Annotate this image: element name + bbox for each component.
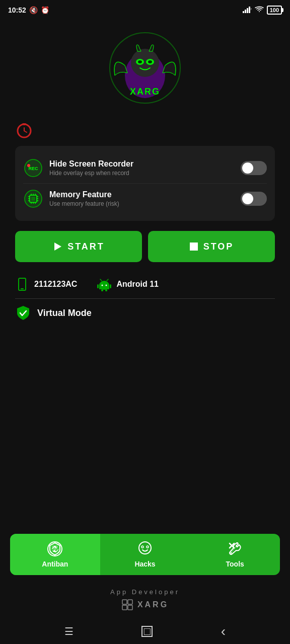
virtual-mode-label: Virtual Mode bbox=[37, 308, 92, 318]
device-info-row: 2112123AC Android 11 bbox=[15, 269, 275, 296]
toggle-knob-hide-screen-recorder bbox=[242, 163, 253, 174]
svg-text:XARG: XARG bbox=[130, 87, 160, 97]
status-left: 10:52 🔇 ⏰ bbox=[8, 6, 49, 14]
footer: App Developer XARG bbox=[0, 583, 290, 619]
play-icon bbox=[52, 242, 62, 252]
hacks-icon bbox=[137, 541, 153, 557]
svg-text:REC: REC bbox=[28, 166, 38, 171]
footer-brand: XARG bbox=[0, 599, 290, 611]
svg-point-44 bbox=[102, 285, 103, 286]
spacer bbox=[0, 430, 290, 529]
signal-icon: HD bbox=[243, 6, 252, 15]
feature-text-memory-feature: Memory Feature Use memory feature (risk) bbox=[49, 190, 241, 207]
svg-rect-0 bbox=[243, 11, 244, 13]
svg-point-10 bbox=[138, 60, 142, 63]
menu-button[interactable]: ☰ bbox=[64, 625, 74, 637]
feature-text-hide-screen-recorder: Hide Screen Recorder Hide overlay esp wh… bbox=[49, 159, 241, 177]
timer-icon bbox=[15, 121, 33, 139]
svg-rect-43 bbox=[99, 285, 109, 286]
svg-marker-37 bbox=[54, 243, 61, 251]
cpu-icon bbox=[23, 189, 43, 209]
feature-row-memory-feature: Memory Feature Use memory feature (risk) bbox=[23, 184, 267, 214]
nav-item-tools[interactable]: Tools bbox=[190, 534, 280, 575]
feature-subtitle-memory-feature: Use memory feature (risk) bbox=[49, 200, 241, 207]
device-id-value: 2112123AC bbox=[34, 280, 77, 289]
svg-point-45 bbox=[106, 285, 107, 286]
svg-rect-24 bbox=[31, 197, 35, 201]
main-content: REC Hide Screen Recorder Hide overlay es… bbox=[0, 111, 290, 430]
antiban-icon bbox=[47, 541, 63, 557]
divider bbox=[15, 298, 275, 299]
tools-icon bbox=[227, 541, 243, 557]
toggle-hide-screen-recorder[interactable] bbox=[241, 161, 267, 175]
svg-point-11 bbox=[148, 60, 152, 63]
logo-svg: XARG XARG bbox=[107, 30, 183, 106]
toggle-memory-feature[interactable] bbox=[241, 192, 267, 206]
svg-rect-15 bbox=[22, 123, 26, 125]
footer-brand-name: XARG bbox=[137, 600, 169, 609]
nav-item-antiban[interactable]: Antiban bbox=[10, 534, 100, 575]
svg-rect-63 bbox=[128, 605, 132, 610]
logo-area: XARG XARG bbox=[0, 20, 290, 111]
svg-point-54 bbox=[141, 546, 143, 548]
battery-indicator: 100 bbox=[267, 6, 282, 15]
mute-icon: 🔇 bbox=[29, 6, 38, 14]
start-button[interactable]: START bbox=[15, 231, 142, 262]
status-right: HD 100 bbox=[243, 6, 282, 15]
svg-rect-2 bbox=[247, 8, 248, 13]
nav-label-hacks: Hacks bbox=[134, 560, 155, 568]
svg-rect-49 bbox=[110, 284, 111, 288]
device-id-item: 2112123AC bbox=[15, 277, 77, 291]
virtual-mode-row: Virtual Mode bbox=[15, 301, 275, 325]
svg-rect-60 bbox=[122, 600, 127, 604]
grid-icon bbox=[121, 599, 133, 611]
feature-row-hide-screen-recorder: REC Hide Screen Recorder Hide overlay es… bbox=[23, 153, 267, 184]
feature-title-memory-feature: Memory Feature bbox=[49, 190, 241, 199]
toggle-knob-memory-feature bbox=[242, 193, 253, 204]
system-bar: ☰ □ ‹ bbox=[0, 619, 290, 644]
feature-title-hide-screen-recorder: Hide Screen Recorder bbox=[49, 159, 241, 169]
svg-rect-3 bbox=[249, 7, 250, 13]
phone-icon bbox=[15, 277, 29, 291]
svg-rect-48 bbox=[97, 284, 99, 288]
features-card: REC Hide Screen Recorder Hide overlay es… bbox=[15, 146, 275, 221]
svg-point-7 bbox=[131, 49, 159, 77]
svg-line-46 bbox=[100, 279, 102, 281]
nav-item-hacks[interactable]: Hacks bbox=[100, 534, 190, 575]
stop-icon bbox=[189, 242, 198, 251]
android-version-value: Android 11 bbox=[116, 280, 159, 289]
stop-label: STOP bbox=[203, 242, 234, 252]
bottom-nav: Antiban Hacks Tools bbox=[10, 534, 280, 575]
svg-rect-61 bbox=[128, 600, 132, 604]
android-version-item: Android 11 bbox=[97, 277, 159, 291]
rec-icon: REC bbox=[23, 158, 43, 178]
nav-label-tools: Tools bbox=[226, 560, 244, 568]
feature-subtitle-hide-screen-recorder: Hide overlay esp when record bbox=[49, 170, 241, 177]
svg-text:HD: HD bbox=[251, 8, 252, 11]
shield-check-icon bbox=[15, 305, 31, 321]
footer-developer-text: App Developer bbox=[0, 588, 290, 596]
start-label: START bbox=[67, 242, 105, 252]
time-display: 10:52 bbox=[8, 6, 26, 14]
android-icon bbox=[97, 277, 111, 291]
svg-rect-62 bbox=[122, 605, 127, 610]
svg-rect-38 bbox=[190, 243, 198, 251]
buttons-row: START STOP bbox=[15, 231, 275, 262]
back-button[interactable]: ‹ bbox=[221, 623, 226, 639]
alarm-icon: ⏰ bbox=[41, 6, 49, 14]
stop-button[interactable]: STOP bbox=[148, 231, 275, 262]
svg-line-47 bbox=[107, 279, 108, 281]
nav-label-antiban: Antiban bbox=[42, 560, 68, 568]
home-button[interactable]: □ bbox=[141, 626, 153, 637]
wifi-icon bbox=[255, 6, 264, 15]
svg-point-55 bbox=[147, 546, 149, 548]
svg-point-21 bbox=[27, 164, 30, 167]
svg-rect-1 bbox=[245, 10, 246, 13]
svg-point-53 bbox=[139, 542, 151, 554]
svg-rect-51 bbox=[105, 289, 107, 291]
svg-line-18 bbox=[24, 131, 27, 132]
app-logo: XARG XARG bbox=[107, 30, 183, 106]
status-bar: 10:52 🔇 ⏰ HD 100 bbox=[0, 0, 290, 20]
timer-row bbox=[15, 116, 275, 146]
svg-rect-50 bbox=[101, 289, 103, 291]
